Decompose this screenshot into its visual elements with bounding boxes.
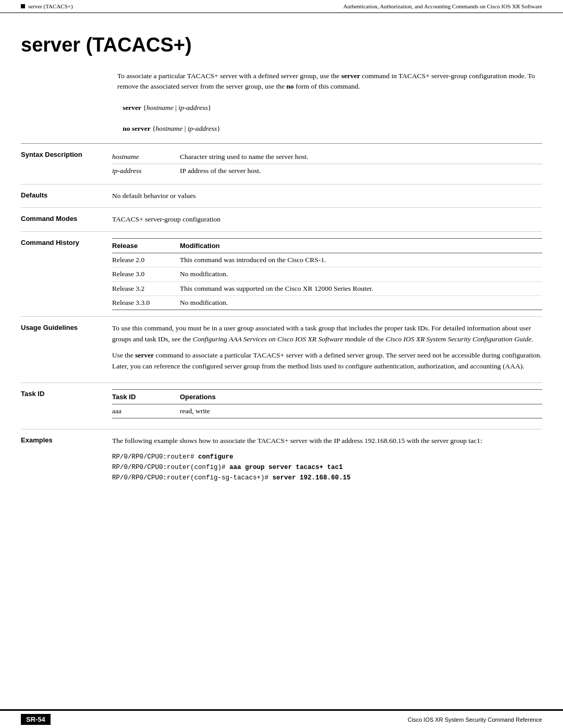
command-history-label: Command History (21, 238, 112, 311)
syntax-table-body: hostname Character string used to name t… (112, 150, 542, 178)
square-icon (21, 4, 25, 8)
examples-label: Examples (21, 436, 112, 483)
syntax-param-hostname-1: hostname (146, 104, 174, 112)
history-table: Release Modification Release 2.0 This co… (112, 238, 542, 311)
intro-bold-no: no (286, 82, 293, 90)
syntax-param-hostname: hostname (112, 150, 180, 164)
usage-guidelines-content: To use this command, you must be in a us… (112, 323, 542, 372)
syntax-line-2: no server {hostname | ip-address} (117, 125, 542, 133)
usage-italic-2: Cisco IOS XR System Security Configurati… (386, 335, 532, 343)
syntax-row-hostname: hostname Character string used to name t… (112, 150, 542, 164)
top-bar-left: server (TACACS+) (21, 3, 73, 9)
history-col-mod: Modification (180, 238, 542, 253)
history-row-1: Release 3.0 No modification. (112, 267, 542, 281)
code-bold-1: configure (198, 453, 234, 461)
examples-intro: The following example shows how to assoc… (112, 436, 542, 446)
task-thead: Task ID Operations (112, 389, 542, 404)
usage-italic-1: Configuring AAA Services on Cisco IOS XR… (193, 335, 343, 343)
usage-guidelines-row: Usage Guidelines To use this command, yo… (21, 317, 542, 378)
code-bold-2: aaa group server tacacs+ tac1 (229, 464, 343, 471)
main-content: server (TACACS+) To associate a particul… (0, 13, 563, 521)
task-tbody: aaa read, write (112, 404, 542, 418)
usage-guidelines-label: Usage Guidelines (21, 323, 112, 372)
history-col-release: Release (112, 238, 180, 253)
intro-bold-server: server (341, 72, 360, 80)
history-mod-1: No modification. (180, 267, 542, 281)
top-bar-left-text: server (TACACS+) (28, 3, 73, 9)
history-thead: Release Modification (112, 238, 542, 253)
command-history-row: Command History Release Modification Rel… (21, 232, 542, 317)
code-block: RP/0/RP0/CPU0:router# configure RP/0/RP0… (112, 452, 542, 483)
history-release-3: Release 3.3.0 (112, 295, 180, 310)
code-line-2: RP/0/RP0/CPU0:router(config)# aaa group … (112, 462, 542, 473)
history-header-row: Release Modification (112, 238, 542, 253)
syntax-desc-hostname: Character string used to name the server… (180, 150, 542, 164)
examples-row: Examples The following example shows how… (21, 429, 542, 489)
defaults-label: Defaults (21, 191, 112, 201)
usage-bold-server: server (135, 351, 154, 359)
syntax-desc-ip: IP address of the server host. (180, 164, 542, 178)
syntax-cmd-1: server (123, 104, 141, 112)
task-ops-0: read, write (180, 404, 542, 418)
syntax-param-ip-2: ip-address (188, 125, 217, 132)
code-line-3: RP/0/RP0/CPU0:router(config-sg-tacacs+)#… (112, 473, 542, 483)
task-id-row: Task ID Task ID Operations aaa read, wri… (21, 383, 542, 425)
syntax-cmd-no: no server (123, 125, 151, 132)
top-bar-right: Authentication, Authorization, and Accou… (343, 3, 542, 9)
code-line-1: RP/0/RP0/CPU0:router# configure (112, 452, 542, 462)
history-release-0: Release 2.0 (112, 253, 180, 267)
history-release-1: Release 3.0 (112, 267, 180, 281)
history-row-3: Release 3.3.0 No modification. (112, 295, 542, 310)
syntax-row-ip: ip-address IP address of the server host… (112, 164, 542, 178)
task-header-row: Task ID Operations (112, 389, 542, 404)
syntax-lines: server {hostname | ip-address} no server… (117, 104, 542, 133)
task-col-ops: Operations (180, 389, 542, 404)
syntax-description-content: hostname Character string used to name t… (112, 150, 542, 178)
defaults-content: No default behavior or values (112, 191, 542, 201)
history-tbody: Release 2.0 This command was introduced … (112, 253, 542, 310)
footer-text: Cisco IOS XR System Security Command Ref… (408, 717, 542, 723)
page: server (TACACS+) Authentication, Authori… (0, 0, 563, 728)
syntax-description-row: Syntax Description hostname Character st… (21, 144, 542, 185)
history-row-0: Release 2.0 This command was introduced … (112, 253, 542, 267)
syntax-line-1: server {hostname | ip-address} (117, 104, 542, 112)
intro-section: To associate a particular TACACS+ server… (117, 71, 542, 92)
command-modes-label: Command Modes (21, 214, 112, 225)
examples-content: The following example shows how to assoc… (112, 436, 542, 483)
usage-para-1: To use this command, you must be in a us… (112, 323, 542, 345)
syntax-param-hostname-2: hostname (156, 125, 183, 132)
history-mod-0: This command was introduced on the Cisco… (180, 253, 542, 267)
command-modes-row: Command Modes TACACS+ server-group confi… (21, 208, 542, 231)
task-col-id: Task ID (112, 389, 180, 404)
top-bar: server (TACACS+) Authentication, Authori… (0, 0, 563, 13)
task-table: Task ID Operations aaa read, write (112, 389, 542, 419)
task-id-content: Task ID Operations aaa read, write (112, 389, 542, 419)
history-row-2: Release 3.2 This command was supported o… (112, 281, 542, 295)
defaults-row: Defaults No default behavior or values (21, 184, 542, 208)
task-row-0: aaa read, write (112, 404, 542, 418)
usage-para-2: Use the server command to associate a pa… (112, 350, 542, 372)
history-mod-3: No modification. (180, 295, 542, 310)
syntax-table: hostname Character string used to name t… (112, 150, 542, 178)
intro-paragraph: To associate a particular TACACS+ server… (117, 71, 542, 92)
history-release-2: Release 3.2 (112, 281, 180, 295)
task-id-label: Task ID (21, 389, 112, 419)
task-id-0: aaa (112, 404, 180, 418)
page-title: server (TACACS+) (21, 34, 542, 56)
history-mod-2: This command was supported on the Cisco … (180, 281, 542, 295)
footer-badge: SR-54 (21, 714, 51, 725)
command-history-content: Release Modification Release 2.0 This co… (112, 238, 542, 311)
syntax-description-label: Syntax Description (21, 150, 112, 178)
top-bar-right-text: Authentication, Authorization, and Accou… (343, 3, 542, 9)
syntax-param-ip-1: ip-address (178, 104, 208, 112)
footer: SR-54 Cisco IOS XR System Security Comma… (0, 709, 563, 728)
command-modes-content: TACACS+ server-group configuration (112, 214, 542, 225)
syntax-param-ip: ip-address (112, 164, 180, 178)
code-bold-3: server 192.168.60.15 (273, 474, 351, 482)
